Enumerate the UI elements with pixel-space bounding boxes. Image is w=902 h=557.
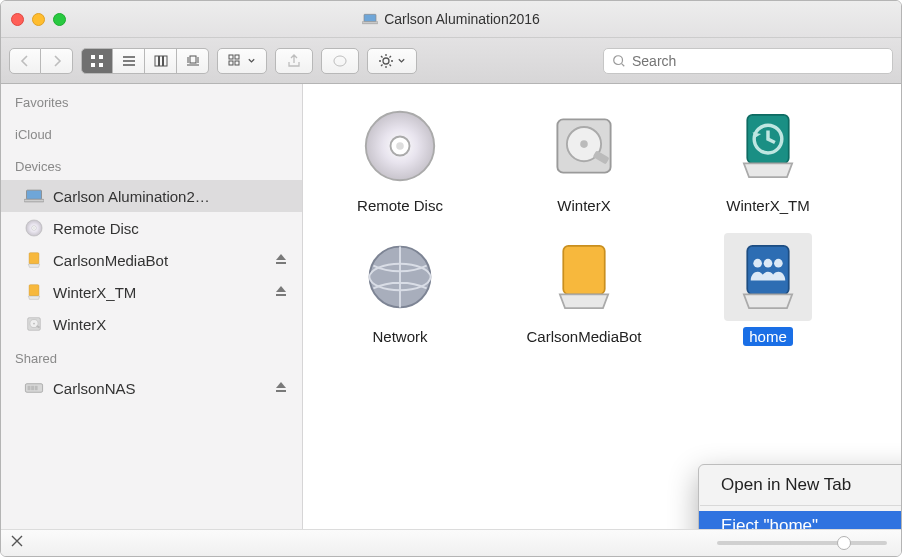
svg-point-36 [396,142,404,150]
sidebar-item[interactable]: CarlsonNAS [1,372,302,404]
svg-rect-6 [155,56,159,66]
columns-icon [153,53,169,69]
search-input[interactable] [632,53,884,69]
chevron-right-icon [49,53,65,69]
sidebar-heading: Shared [1,340,302,372]
svg-rect-33 [276,390,286,392]
back-button[interactable] [9,48,41,74]
eject-icon[interactable] [274,380,288,397]
svg-point-47 [753,259,762,268]
laptop-icon [362,13,378,25]
grid-icon [89,53,105,69]
sidebar: FavoritesiCloudDevices Carlson Aluminati… [1,84,303,529]
sidebar-item-label: CarlsonMediaBot [53,252,266,269]
icon-view-button[interactable] [81,48,113,74]
list-view-button[interactable] [113,48,145,74]
sidebar-item[interactable]: WinterX_TM [1,276,302,308]
coverflow-view-button[interactable] [177,48,209,74]
gear-icon [378,53,394,69]
ext-drive-icon [23,251,45,269]
toolbar [1,38,901,84]
sidebar-item-label: WinterX [53,316,288,333]
nas-icon [23,379,45,397]
close-button[interactable] [11,13,24,26]
file-item-label: WinterX [551,196,616,215]
svg-rect-2 [91,55,95,59]
svg-point-39 [580,140,588,148]
sidebar-item[interactable]: Remote Disc [1,212,302,244]
svg-rect-12 [229,61,233,65]
ext-drive-icon [23,283,45,301]
svg-rect-17 [24,199,44,202]
svg-rect-23 [29,285,39,296]
svg-rect-22 [276,262,286,264]
arrange-icon [228,53,244,69]
sidebar-item-label: Remote Disc [53,220,288,237]
eject-icon[interactable] [274,252,288,269]
chevron-left-icon [17,53,33,69]
menu-separator [700,505,901,506]
svg-rect-11 [235,55,239,59]
search-field[interactable] [603,48,893,74]
file-item-label: Remote Disc [351,196,449,215]
sidebar-item-label: WinterX_TM [53,284,266,301]
disc-icon [23,219,45,237]
svg-rect-8 [163,56,167,66]
chevron-down-icon [247,53,256,69]
svg-point-27 [33,323,35,325]
svg-rect-13 [235,61,239,65]
view-group [81,48,209,74]
action-button[interactable] [367,48,417,74]
share-button[interactable] [275,48,313,74]
svg-rect-4 [91,63,95,67]
tags-button[interactable] [321,48,359,74]
svg-rect-0 [364,14,376,21]
tag-icon [332,53,348,69]
titlebar: Carlson Alumination2016 [1,1,901,38]
sidebar-item[interactable]: WinterX [1,308,302,340]
sidebar-heading: iCloud [1,116,302,148]
int-drive-icon [23,315,45,333]
finder-window: Carlson Alumination2016 FavoritesiCloudD… [0,0,902,557]
svg-rect-7 [159,56,162,66]
traffic-lights [11,13,66,26]
svg-point-15 [614,55,623,64]
path-icon [9,533,25,549]
sidebar-item-label: CarlsonNAS [53,380,266,397]
svg-rect-46 [747,246,788,294]
file-item[interactable]: WinterX [509,102,659,215]
eject-icon[interactable] [274,284,288,301]
sidebar-item[interactable]: CarlsonMediaBot [1,244,302,276]
path-button[interactable] [9,533,25,553]
file-item[interactable]: WinterX_TM [693,102,843,215]
slider-thumb[interactable] [837,536,851,550]
menu-item[interactable]: Open in New Tab [699,470,901,500]
sidebar-item[interactable]: Carlson Alumination2… [1,180,302,212]
menu-item[interactable]: Eject "home" [699,511,901,529]
file-item[interactable]: home [693,233,843,346]
minimize-button[interactable] [32,13,45,26]
sidebar-item-label: Carlson Alumination2… [53,188,288,205]
share-drive-icon [724,233,812,321]
file-item[interactable]: Network [325,233,475,346]
svg-rect-45 [563,246,604,294]
context-menu: Open in New TabEject "home"Get InfoQuick… [698,464,901,529]
content-area[interactable]: Remote Disc WinterX WinterX_TM Network C… [303,84,901,529]
svg-rect-5 [99,63,103,67]
statusbar [1,529,901,556]
sidebar-heading: Favorites [1,84,302,116]
arrange-button[interactable] [217,48,267,74]
zoom-button[interactable] [53,13,66,26]
sidebar-heading: Devices [1,148,302,180]
icon-size-slider[interactable] [717,541,887,545]
list-icon [121,53,137,69]
file-item[interactable]: Remote Disc [325,102,475,215]
svg-rect-10 [229,55,233,59]
file-item[interactable]: CarlsonMediaBot [509,233,659,346]
column-view-button[interactable] [145,48,177,74]
svg-rect-24 [276,294,286,296]
file-item-label: home [743,327,793,346]
window-title: Carlson Alumination2016 [1,11,901,27]
forward-button[interactable] [41,48,73,74]
svg-rect-21 [29,253,39,264]
